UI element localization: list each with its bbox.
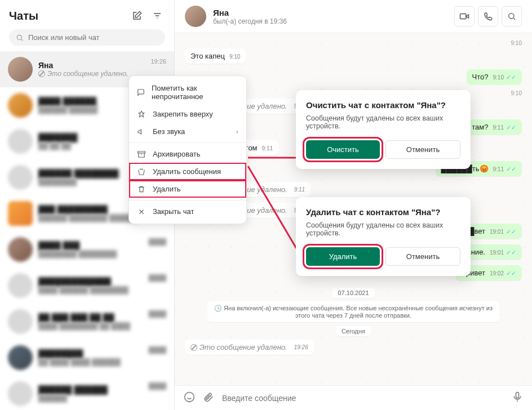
avatar: [8, 273, 33, 298]
avatar: [8, 57, 33, 82]
search-icon: [16, 34, 24, 42]
chat-preview: ██████ ██████: [38, 106, 143, 114]
mic-icon[interactable]: [512, 391, 523, 404]
svg-point-0: [17, 35, 21, 39]
date-separator: 07.10.2021: [185, 288, 522, 297]
time-label: 9:10: [511, 90, 522, 96]
context-menu: Пометить как непрочитанное Закрепить вве…: [128, 75, 247, 224]
search-box[interactable]: [9, 29, 165, 46]
prohibit-icon: [38, 70, 45, 77]
ctx-archive[interactable]: Архивировать: [129, 145, 246, 163]
prohibit-icon: [190, 344, 197, 351]
chat-name: Яна: [38, 61, 145, 70]
chat-preview: ████████ ████████: [38, 250, 143, 258]
chat-name: ████████: [38, 349, 143, 358]
chat-name: ██████ ██████: [38, 385, 143, 394]
chat-header-status: был(-а) сегодня в 19:36: [213, 17, 447, 25]
chat-time: ████: [149, 382, 166, 389]
avatar: [8, 381, 33, 406]
chat-name: ██ ███ ███ ██ ██: [38, 313, 143, 322]
chat-name: ███████: [38, 133, 143, 142]
read-check-icon: ✓✓: [506, 124, 516, 131]
delete-confirm-button[interactable]: Удалить: [306, 247, 380, 266]
emoji-icon[interactable]: [184, 391, 195, 404]
chat-preview: ██████: [38, 394, 143, 402]
avatar: [8, 237, 33, 262]
new-chat-icon[interactable]: [129, 8, 145, 24]
chat-time: ████: [149, 274, 166, 281]
delete-cancel-button[interactable]: Отменить: [385, 247, 460, 266]
svg-point-3: [185, 393, 194, 402]
clear-confirm-button[interactable]: Очистить: [306, 140, 380, 159]
sidebar-title: Чаты: [9, 10, 125, 23]
ctx-mark-unread[interactable]: Пометить как непрочитанное: [129, 79, 246, 105]
chat-preview: ████████: [38, 178, 143, 186]
ctx-delete-messages[interactable]: Удалить сообщения: [129, 163, 246, 180]
video-call-icon[interactable]: [454, 6, 475, 26]
msg-deleted[interactable]: Это сообщение удалено.19:26: [185, 340, 314, 355]
chat-name: ███ █████████: [38, 205, 143, 214]
chat-preview: ██████ ████████ ██████: [38, 214, 143, 222]
chat-header: Яна был(-а) сегодня в 19:36: [175, 0, 532, 33]
chat-name: ██████ ████████: [38, 169, 143, 178]
msg-out[interactable]: Что?9:10✓✓: [467, 69, 522, 84]
chat-item[interactable]: ██ ███ ███ ██ ██ ████ ████████ ██ ████ █…: [0, 304, 174, 340]
time-label: 9:10: [511, 40, 522, 46]
chat-item[interactable]: ████ ███ ████████ ████████ ████: [0, 231, 174, 268]
read-check-icon: ✓✓: [506, 228, 516, 235]
input-bar: [175, 385, 532, 410]
dialog-title: Очистить чат с контактом "Яна"?: [306, 100, 460, 110]
chat-preview: ████ ██████ ████████: [38, 286, 143, 294]
chat-header-avatar[interactable]: [185, 6, 206, 27]
chat-header-name: Яна: [213, 8, 447, 17]
chat-time: ████: [149, 310, 166, 317]
chat-name: ████ ███: [38, 241, 143, 250]
ctx-mute[interactable]: Без звука›: [129, 123, 246, 140]
chat-name: ████ ██████: [38, 97, 143, 106]
chat-time: ████: [149, 238, 166, 245]
svg-rect-1: [460, 14, 467, 19]
dialog-body: Сообщения будут удалены со всех ваших ус…: [306, 114, 460, 130]
filter-icon[interactable]: [149, 8, 165, 24]
avatar: [8, 93, 33, 118]
ctx-close-chat[interactable]: Закрыть чат: [129, 203, 246, 220]
clear-chat-dialog: Очистить чат с контактом "Яна"? Сообщени…: [296, 90, 471, 169]
system-message: 🕓 Яна включил(-а) исчезающие сообщения. …: [207, 301, 499, 322]
avatar: [8, 165, 33, 190]
search-in-chat-icon[interactable]: [502, 6, 522, 26]
svg-rect-4: [516, 393, 519, 398]
date-separator: Сегодня: [185, 327, 522, 335]
attach-icon[interactable]: [203, 391, 214, 404]
avatar: [8, 309, 33, 334]
search-input[interactable]: [28, 33, 158, 42]
chat-preview: Это сообщение удалено.: [38, 70, 145, 78]
chat-time: ████: [149, 346, 166, 353]
read-check-icon: ✓✓: [506, 270, 516, 277]
chat-time: 19:26: [150, 58, 166, 65]
ctx-pin[interactable]: Закрепить вверху: [129, 105, 246, 123]
chat-preview: ██ ████ ████ ██████: [38, 358, 143, 366]
chat-item[interactable]: ██████ ██████ ██████ ████: [0, 376, 174, 410]
chat-item[interactable]: ████████ ██ ████ ████ ██████ ████: [0, 340, 174, 376]
ctx-delete[interactable]: Удалить: [129, 180, 246, 198]
voice-call-icon[interactable]: [478, 6, 498, 26]
avatar: [8, 201, 33, 226]
svg-point-2: [509, 14, 514, 19]
avatar: [8, 345, 33, 370]
clear-cancel-button[interactable]: Отменить: [385, 140, 460, 159]
chat-item[interactable]: █████████████ ████ ██████ ████████ ████: [0, 268, 174, 304]
message-input[interactable]: [222, 394, 504, 403]
read-check-icon: ✓✓: [506, 249, 516, 256]
chat-preview: ████ ████████ ██ ████: [38, 322, 143, 330]
delete-chat-dialog: Удалить чат с контактом "Яна"? Сообщения…: [296, 197, 471, 276]
dialog-body: Сообщения будут удалены со всех ваших ус…: [306, 221, 460, 237]
read-check-icon: ✓✓: [506, 166, 516, 172]
chat-preview: ██ ██ ██: [38, 142, 143, 150]
chat-name: █████████████: [38, 277, 143, 286]
avatar: [8, 129, 33, 154]
msg-in[interactable]: Это капец9:10: [185, 48, 246, 64]
read-check-icon: ✓✓: [506, 74, 516, 81]
dialog-title: Удалить чат с контактом "Яна"?: [306, 207, 460, 217]
